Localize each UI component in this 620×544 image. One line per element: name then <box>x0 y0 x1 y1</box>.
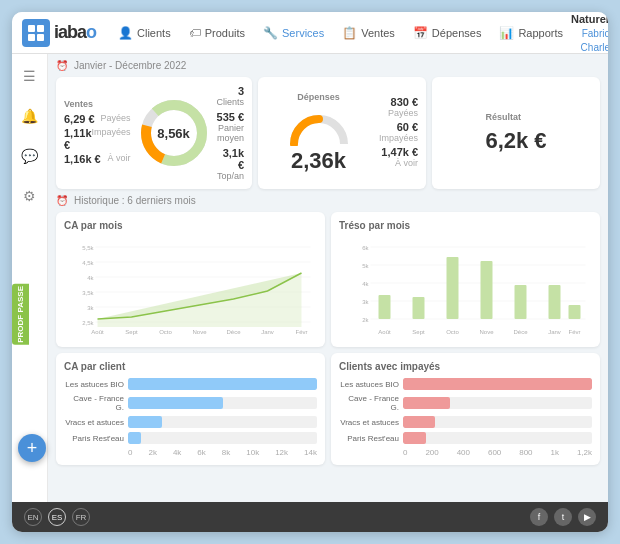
impayes-row-3: Paris Rest'eau <box>339 432 592 444</box>
resultat-card: Résultat 6,2k € <box>432 77 600 189</box>
depenses-icon: 📅 <box>413 26 428 40</box>
tresor-mois-card: Tréso par mois 6k 5k 4k 3k 2k <box>331 212 600 347</box>
promo-badge[interactable]: PRODF PASSE <box>12 284 29 345</box>
impayes-axis: 02004006008001k1,2k <box>403 448 592 457</box>
svg-text:2,5k: 2,5k <box>82 320 94 326</box>
charts-row: CA par mois 5,5k 4,5k 4k 3,5k <box>56 212 600 347</box>
depenses-right: 830 € Payées 60 € Impayées 1,47k € À voi… <box>379 96 418 171</box>
ventes-left: Ventes 6,29 € Payées 1,11k € Impayées 1,… <box>64 99 131 167</box>
dep-payees-row: 830 € Payées <box>379 96 418 118</box>
svg-text:Févr: Févr <box>296 329 308 335</box>
lang-en[interactable]: EN <box>24 508 42 526</box>
nav-rapports[interactable]: 📊 Rapports <box>491 22 571 44</box>
donut-chart: 8,56k <box>139 98 209 168</box>
nav-produits[interactable]: 🏷 Produits <box>181 22 253 44</box>
nav-clients[interactable]: 👤 Clients <box>110 22 179 44</box>
ventes-clients-label: Clients <box>217 97 245 107</box>
svg-text:Août: Août <box>91 329 104 335</box>
svg-text:5,5k: 5,5k <box>82 245 94 251</box>
ventes-avoir-label: À voir <box>108 153 131 165</box>
company-name: Terroirs Naturels <box>571 12 608 27</box>
svg-rect-2 <box>28 34 35 41</box>
ventes-label: Ventes <box>64 99 131 109</box>
svg-text:Octo: Octo <box>446 329 459 335</box>
nav-ventes[interactable]: 📋 Ventes <box>334 22 403 44</box>
ca-client-axis: 02k4k6k8k10k12k14k <box>128 448 317 457</box>
svg-rect-43 <box>549 285 561 319</box>
ca-client-title: CA par client <box>64 361 317 372</box>
resultat-inner: Résultat 6,2k € <box>485 112 546 154</box>
ventes-panier-amount: 535 € <box>217 111 245 123</box>
nav-depenses[interactable]: 📅 Dépenses <box>405 22 490 44</box>
dep-avoir-val: 1,47k € <box>379 146 418 158</box>
ventes-top-label: Top/an <box>217 171 245 181</box>
ventes-top-amount: 3,1k € <box>217 147 245 171</box>
lang-fr[interactable]: FR <box>72 508 90 526</box>
rapports-icon: 📊 <box>499 26 514 40</box>
dep-impayees-row: 60 € Impayées <box>379 121 418 143</box>
ventes-impayees-row: 1,11k € Impayées <box>64 127 131 151</box>
nav-services[interactable]: 🔧 Services <box>255 22 332 44</box>
sidebar-settings-icon[interactable]: ⚙ <box>16 182 44 210</box>
svg-text:Déce: Déce <box>226 329 241 335</box>
svg-text:3k: 3k <box>362 299 369 305</box>
svg-text:Octo: Octo <box>159 329 172 335</box>
clients-impayes-title: Clients avec impayés <box>339 361 592 372</box>
sidebar-bell-icon[interactable]: 🔔 <box>16 102 44 130</box>
ventes-payees-amount: 6,29 € <box>64 113 95 125</box>
impayes-row-1: Cave - France G. <box>339 394 592 412</box>
svg-text:Sept: Sept <box>125 329 138 335</box>
stats-row: Ventes 6,29 € Payées 1,11k € Impayées 1,… <box>56 77 600 189</box>
period-bar: ⏰ Janvier - Décembre 2022 <box>56 60 600 71</box>
ventes-panier-label: Panier moyen <box>217 123 245 143</box>
ca-line-chart: 5,5k 4,5k 4k 3,5k 3k 2,5k Août Sept <box>64 237 317 337</box>
footer-langs: EN ES FR <box>24 508 90 526</box>
ca-mois-card: CA par mois 5,5k 4,5k 4k 3,5k <box>56 212 325 347</box>
topnav: iabao 👤 Clients 🏷 Produits 🔧 Services 📋 … <box>12 12 608 54</box>
ventes-payees-row: 6,29 € Payées <box>64 113 131 125</box>
svg-text:Janv: Janv <box>261 329 274 335</box>
svg-rect-0 <box>28 25 35 32</box>
resultat-amount: 6,2k € <box>485 128 546 154</box>
svg-text:Nove: Nove <box>479 329 494 335</box>
nav-items: 👤 Clients 🏷 Produits 🔧 Services 📋 Ventes… <box>110 22 571 44</box>
facebook-icon[interactable]: f <box>530 508 548 526</box>
logo-text: iabao <box>54 22 96 43</box>
ventes-avoir-row: 1,16k € À voir <box>64 153 131 165</box>
content-area: ⏰ Janvier - Décembre 2022 Ventes 6,29 € … <box>48 54 608 502</box>
svg-rect-40 <box>447 257 459 319</box>
youtube-icon[interactable]: ▶ <box>578 508 596 526</box>
ca-client-row-3: Paris Rest'eau <box>64 432 317 444</box>
lang-es[interactable]: ES <box>48 508 66 526</box>
fab-button[interactable]: + <box>18 434 46 462</box>
svg-rect-3 <box>37 34 44 41</box>
historique-icon: ⏰ <box>56 195 68 206</box>
dep-avoir-lbl: À voir <box>379 158 418 168</box>
dep-payees-lbl: Payées <box>379 108 418 118</box>
svg-text:5k: 5k <box>362 263 369 269</box>
logo-icon <box>22 19 50 47</box>
services-icon: 🔧 <box>263 26 278 40</box>
ventes-impayees-label: Impayées <box>92 127 131 151</box>
svg-rect-44 <box>569 305 581 319</box>
ventes-right: 3 Clients 535 € Panier moyen 3,1k € Top/… <box>217 85 245 181</box>
ventes-avoir-amount: 1,16k € <box>64 153 101 165</box>
bottom-charts: CA par client Les astuces BIO Cave - Fra… <box>56 353 600 465</box>
ventes-icon: 📋 <box>342 26 357 40</box>
svg-rect-41 <box>481 261 493 319</box>
depenses-label: Dépenses <box>266 92 371 102</box>
period-label: Janvier - Décembre 2022 <box>74 60 186 71</box>
sidebar-menu-icon[interactable]: ☰ <box>16 62 44 90</box>
ca-client-row-0: Les astuces BIO <box>64 378 317 390</box>
svg-rect-39 <box>413 297 425 319</box>
impayes-row-2: Vracs et astuces <box>339 416 592 428</box>
twitter-icon[interactable]: t <box>554 508 572 526</box>
svg-rect-1 <box>37 25 44 32</box>
logo[interactable]: iabao <box>22 19 96 47</box>
svg-text:Nove: Nove <box>192 329 207 335</box>
donut-label: 8,56k <box>157 126 190 141</box>
tresor-bar-chart: 6k 5k 4k 3k 2k <box>339 237 592 337</box>
produits-icon: 🏷 <box>189 26 201 40</box>
sidebar-chat-icon[interactable]: 💬 <box>16 142 44 170</box>
ca-client-row-2: Vracs et astuces <box>64 416 317 428</box>
